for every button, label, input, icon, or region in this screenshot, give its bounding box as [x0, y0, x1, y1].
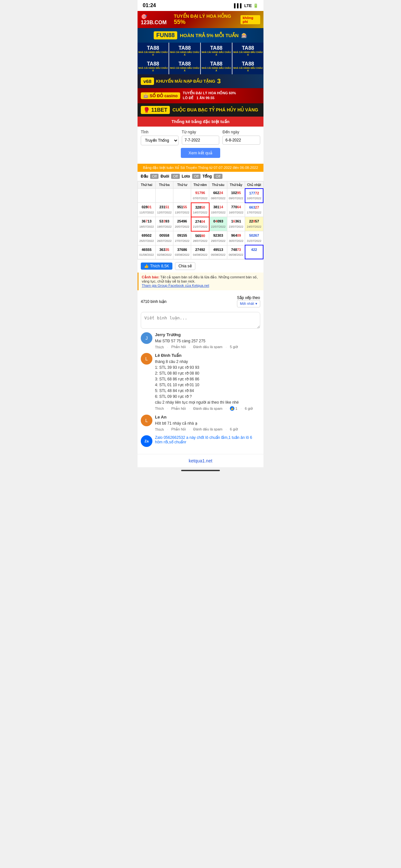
like-button[interactable]: 👍 Thích 8,5K: [141, 262, 173, 270]
cell-r5-sat: 74873 06/08/2022: [227, 245, 245, 259]
comment-time: 6 giờ: [245, 407, 253, 411]
avatar: J: [141, 332, 152, 344]
home-indicator: [181, 470, 220, 471]
date-r2-fri: 15/07/2022: [211, 210, 226, 215]
warning-link[interactable]: Tham gia Group Facebook của Ketqua.net: [142, 283, 260, 288]
table-row: 91796 07/07/2022 66224 08/07/2022 10295 …: [138, 189, 264, 203]
num-r5-sat: 74873: [228, 247, 244, 253]
toggle-dau-btn[interactable]: Off: [150, 174, 158, 179]
tinh-label: Tỉnh: [141, 130, 179, 134]
from-label: Từ ngày: [182, 130, 220, 134]
cell-r1-thu: 91796 07/07/2022: [191, 189, 209, 203]
ad-11bet-banner[interactable]: 🥊 11BET CUỘC ĐUA BẠC TỶ PHÁ HỦY HỦ VÀNG: [137, 103, 264, 117]
ad-v68-banner[interactable]: v68 KHUYẾN MÃI NẠP ĐẦU TẶNG 3: [137, 74, 264, 88]
comment-count: 4710 bình luận: [141, 299, 166, 304]
cell-r5-tue: 36335 02/08/2022: [155, 245, 173, 259]
reply-action[interactable]: Phản hồi: [172, 407, 186, 411]
reply-action[interactable]: Phản hồi: [172, 345, 186, 349]
table-row: 46555 01/08/2022 36335 02/08/2022 37686 …: [138, 245, 264, 259]
sodo-text: TUYỂN ĐẠI LÝ HOA HỒNG 60% LÔ ĐỀ 1 ĂN 99.…: [183, 91, 236, 101]
table-header-row: Thứ hai Thứ ba Thứ tư Thứ năm Thứ sáu Th…: [138, 181, 264, 189]
facebook-group-link[interactable]: Tham gia Group Facebook của Ketqua.net: [142, 283, 209, 287]
toggle-duoi-label: Đuôi: [160, 174, 169, 179]
table-desc: Bảng đặc biệt tuần Xổ Số Truyền Thống từ…: [137, 164, 264, 172]
ad-123b-banner[interactable]: 🎯 123B.COM TUYỂN ĐẠI LÝ HOA HỒNG 55% khô…: [137, 11, 264, 28]
comment-actions: Thích · Phản hồi · Đánh dấu là spam · 5 …: [155, 345, 260, 349]
like-action[interactable]: Thích: [155, 345, 164, 349]
cell-r4-mon: 69502 25/07/2022: [138, 231, 156, 245]
11bet-logo: 🥊 11BET: [141, 106, 170, 114]
spam-action[interactable]: Đánh dấu là spam: [193, 345, 222, 349]
ad-ta88-row1[interactable]: TA88 NHÀ CÁI HÀNG ĐẦU CHÂU Á TA88 NHÀ CÁ…: [137, 42, 264, 58]
date-r3-wed: 20/07/2022: [174, 224, 190, 229]
v68-logo: v68: [141, 78, 154, 85]
ad-fun88-banner[interactable]: FUN88 HOÀN TRẢ 5% MỖI TUẦN 🎰: [137, 28, 264, 42]
avatar: L: [141, 353, 152, 365]
spam-action[interactable]: Đánh dấu là spam: [193, 427, 222, 431]
cell-r2-thu: 32850 14/07/2022: [191, 203, 209, 217]
th-thu: Thứ năm: [191, 181, 209, 189]
avatar: L: [141, 414, 152, 426]
toggle-row: Đầu Off Đuôi Off Loto Off Tổng Off: [137, 172, 264, 181]
cell-r4-wed: 09155 27/07/2022: [173, 231, 191, 245]
zalo-text[interactable]: Zalo 0562662532 a này chốt lô chuẩn lắm,…: [155, 435, 260, 444]
ad-ta88-row2[interactable]: TA88 NHÀ CÁI HÀNG ĐẦU CHÂU Á TA88 NHÀ CÁ…: [137, 58, 264, 74]
thumbs-up-icon: 👍: [144, 264, 149, 268]
date-r1-sat: 09/07/2022: [228, 196, 244, 200]
battery-icon: 🔋: [253, 3, 258, 8]
to-col: Đến ngày: [222, 130, 260, 145]
cell-r1-sat: 10295 09/07/2022: [227, 189, 245, 203]
tinh-select[interactable]: Truyền Thống: [141, 135, 179, 145]
date-r4-mon: 25/07/2022: [139, 239, 154, 243]
cell-r1-fri: 66224 08/07/2022: [209, 189, 227, 203]
cell-r1-sun: 17772 10/07/2022: [245, 189, 263, 203]
toggle-duoi-btn[interactable]: Off: [171, 174, 180, 179]
num-r4-tue: 00558: [157, 233, 172, 239]
reply-action[interactable]: Phản hồi: [172, 427, 186, 431]
date-r2-tue: 12/07/2022: [157, 210, 172, 215]
domain-name: ketqua1.net: [189, 458, 212, 463]
like-num: 1: [235, 407, 237, 410]
ta88-item-8: TA88 NHÀ CÁI HÀNG ĐẦU CHÂU Á: [233, 58, 264, 74]
comment-actions: Thích · Phản hồi · Đánh dấu là spam · 6 …: [155, 427, 260, 431]
spam-action[interactable]: Đánh dấu là spam: [193, 407, 222, 411]
cell-r5-mon: 46555 01/08/2022: [138, 245, 156, 259]
date-r5-fri: 05/08/2022: [210, 252, 226, 257]
num-r4-sun: 50267: [246, 233, 262, 239]
num-r2-wed: 95155: [174, 205, 190, 210]
date-r2-sat: 16/07/2022: [228, 210, 244, 215]
th-sat: Thứ bảy: [227, 181, 245, 189]
num-r4-wed: 09155: [174, 233, 190, 239]
status-indicators: ▌▌▌ LTE 🔋: [234, 3, 258, 8]
cell-r4-thu: 56590 28/07/2022: [191, 231, 209, 245]
sort-label: Sắp xếp theo: [237, 296, 260, 300]
share-button[interactable]: Chia sẻ: [175, 262, 195, 270]
comment-input[interactable]: [141, 312, 260, 329]
search-button[interactable]: Xem kết quả: [181, 148, 220, 158]
toggle-loto-btn[interactable]: Off: [192, 174, 201, 179]
num-r3-thu: 27404: [192, 219, 208, 225]
ta88-item-5: TA88 NHÀ CÁI HÀNG ĐẦU CHÂU Á: [137, 58, 168, 74]
fun88-logo: FUN88: [154, 31, 177, 39]
main-content: Thống kê bảng đặc biệt tuần Tỉnh Truyền …: [137, 117, 264, 454]
num-r4-thu: 56590: [192, 233, 208, 239]
date-r4-tue: 26/07/2022: [157, 239, 172, 243]
th-mon: Thứ hai: [138, 181, 156, 189]
like-action[interactable]: Thích: [155, 407, 164, 410]
to-date-input[interactable]: [222, 135, 260, 145]
table-row: 36713 18/07/2022 53393 19/07/2022 25496 …: [138, 217, 264, 231]
cell-r2-wed: 95155 13/07/2022: [173, 203, 191, 217]
th-tue: Thứ ba: [155, 181, 173, 189]
date-r2-thu: 14/07/2022: [192, 210, 208, 215]
like-action[interactable]: Thích: [155, 428, 164, 431]
sort-button[interactable]: Mới nhất ▾: [237, 300, 260, 307]
toggle-tong-btn[interactable]: Off: [214, 174, 222, 179]
num-r3-sun: 22857: [246, 219, 262, 224]
ad-sodo-banner[interactable]: 🎰 SỐ ĐỎ casino TUYỂN ĐẠI LÝ HOA HỒNG 60%…: [137, 88, 264, 103]
from-date-input[interactable]: [182, 135, 220, 145]
cell-r3-fri: 04093 22/07/2022: [209, 217, 227, 231]
date-r5-sat: 06/08/2022: [228, 252, 244, 257]
num-r2-tue: 23151: [157, 205, 172, 210]
list-item: L Lê Đình Tuấn tháng 8 câu 2 nháy 1: STL…: [141, 353, 260, 411]
like-count: 8,5K: [161, 264, 169, 268]
